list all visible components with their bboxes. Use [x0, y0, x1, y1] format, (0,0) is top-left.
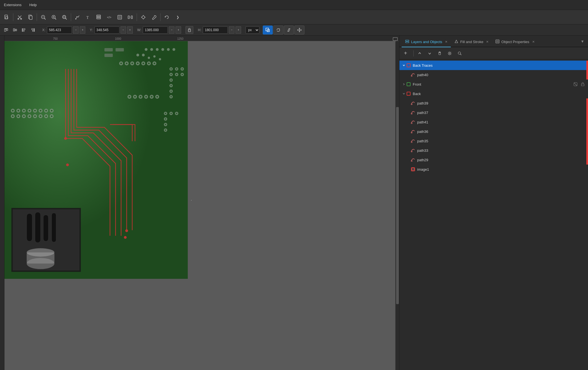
- tree-item-path40[interactable]: path40: [399, 70, 588, 80]
- h-decrement[interactable]: −: [229, 26, 234, 34]
- w-increment[interactable]: +: [176, 26, 181, 34]
- add-layer-button[interactable]: +: [402, 49, 409, 57]
- fill-tab-icon: [454, 39, 459, 44]
- align-top-button[interactable]: [2, 26, 10, 34]
- svg-point-166: [124, 236, 127, 239]
- path40-color: [586, 70, 588, 80]
- tree-item-path29[interactable]: path29: [399, 155, 588, 165]
- tree-item-image1[interactable]: image1: [399, 165, 588, 174]
- svg-point-81: [148, 63, 150, 64]
- canvas-content[interactable]: [4, 41, 399, 370]
- tree-item-back-traces[interactable]: Back Traces: [399, 61, 588, 70]
- tab-fill[interactable]: Fill and Stroke ✕: [451, 37, 492, 47]
- canvas-context-button[interactable]: ···: [189, 200, 194, 200]
- tree-item-path35[interactable]: path35: [399, 136, 588, 146]
- svg-point-18: [75, 18, 76, 19]
- zoom-page-button[interactable]: [59, 12, 69, 22]
- transform-rotate-btn[interactable]: [273, 26, 283, 34]
- expand-back[interactable]: [402, 91, 406, 96]
- svg-text:</>: </>: [107, 16, 111, 19]
- properties-tab-close[interactable]: ✕: [532, 40, 535, 44]
- align-right-button[interactable]: [29, 26, 37, 34]
- layers-tab-close[interactable]: ✕: [445, 40, 447, 44]
- tree-item-path36[interactable]: path36: [399, 127, 588, 136]
- tools-wrench-button[interactable]: [149, 12, 159, 22]
- delete-layer-button[interactable]: [435, 49, 444, 57]
- fill-tab-close[interactable]: ✕: [486, 40, 489, 44]
- svg-point-73: [126, 63, 127, 64]
- svg-point-19: [77, 16, 77, 17]
- svg-rect-22: [97, 16, 101, 18]
- transform-skew-btn[interactable]: [284, 26, 294, 34]
- menu-help[interactable]: Help: [28, 2, 39, 8]
- tree-item-path41[interactable]: path41: [399, 117, 588, 127]
- w-input[interactable]: [143, 26, 168, 34]
- svg-point-115: [165, 130, 166, 131]
- h-increment[interactable]: +: [236, 26, 241, 34]
- expand-front[interactable]: [402, 82, 406, 86]
- path41-icon: [411, 120, 416, 125]
- tabs-bar: Layers and Objects ✕ Fill and Stroke ✕ O…: [399, 36, 588, 47]
- tab-layers[interactable]: Layers and Objects ✕: [402, 37, 451, 47]
- move-down-button[interactable]: [425, 49, 434, 57]
- tabs-overflow-button[interactable]: ▾: [579, 39, 586, 44]
- y-increment[interactable]: +: [127, 26, 133, 34]
- menu-extensions[interactable]: Extensions: [2, 2, 23, 8]
- svg-point-117: [129, 96, 130, 98]
- x-decrement[interactable]: −: [73, 26, 79, 34]
- redo-button[interactable]: ❯: [172, 12, 182, 22]
- tree-item-path39[interactable]: path39: [399, 98, 588, 108]
- tree-item-front[interactable]: Front: [399, 80, 588, 89]
- layers-tool-button[interactable]: [94, 12, 104, 22]
- svg-point-182: [449, 53, 451, 54]
- front-visibility[interactable]: [572, 81, 579, 87]
- transform-move-btn[interactable]: [294, 26, 304, 34]
- menu-bar: Extensions Help: [0, 0, 588, 10]
- move-up-button[interactable]: [415, 49, 424, 57]
- expand-back-traces[interactable]: [402, 63, 406, 68]
- text-tool-button[interactable]: T: [83, 12, 93, 22]
- tree-item-back[interactable]: Back: [399, 89, 588, 98]
- properties-tab-label: Object Properties: [501, 40, 529, 44]
- svg-point-144: [45, 110, 47, 111]
- h-input[interactable]: [203, 26, 228, 34]
- svg-point-63: [167, 48, 170, 51]
- svg-text:T: T: [86, 16, 89, 20]
- zoom-original-button[interactable]: [38, 12, 48, 22]
- front-lock[interactable]: [580, 81, 586, 87]
- distribute-button[interactable]: [125, 12, 135, 22]
- align-center-button[interactable]: [11, 26, 19, 34]
- tree-item-path37[interactable]: path37: [399, 108, 588, 117]
- tab-properties[interactable]: Object Properties ✕: [492, 37, 538, 47]
- unit-select[interactable]: px mm cm in pt: [246, 26, 259, 34]
- snap-button[interactable]: [138, 12, 148, 22]
- undo-button[interactable]: [162, 12, 172, 22]
- x-input[interactable]: [47, 26, 72, 34]
- pen-tool-button[interactable]: [72, 12, 82, 22]
- path41-color: [586, 117, 588, 127]
- w-decrement[interactable]: −: [169, 26, 174, 34]
- tree-item-path33[interactable]: path33: [399, 146, 588, 155]
- search-layers-button[interactable]: [455, 49, 464, 57]
- copy-button[interactable]: [25, 12, 35, 22]
- zoom-fit-button[interactable]: [49, 12, 59, 22]
- y-input[interactable]: [94, 26, 119, 34]
- new-file-button[interactable]: [2, 12, 12, 22]
- x-increment[interactable]: +: [80, 26, 85, 34]
- ruler-mark-1250: 1250: [177, 37, 183, 40]
- svg-point-89: [182, 68, 183, 70]
- path40-label: path40: [417, 73, 586, 77]
- y-decrement[interactable]: −: [121, 26, 126, 34]
- layer-settings-button[interactable]: [445, 49, 454, 57]
- xml-editor-button[interactable]: </>: [104, 12, 114, 22]
- svg-point-65: [136, 54, 139, 56]
- align-left-button[interactable]: [20, 26, 28, 34]
- svg-point-142: [40, 110, 41, 111]
- svg-point-156: [34, 115, 36, 117]
- transform-scale-btn[interactable]: [263, 26, 273, 34]
- lock-aspect-button[interactable]: [186, 26, 193, 34]
- svg-point-60: [150, 48, 153, 51]
- object-properties-button[interactable]: [115, 12, 125, 22]
- vertical-scrollbar[interactable]: [395, 41, 399, 370]
- cut-button[interactable]: [15, 12, 25, 22]
